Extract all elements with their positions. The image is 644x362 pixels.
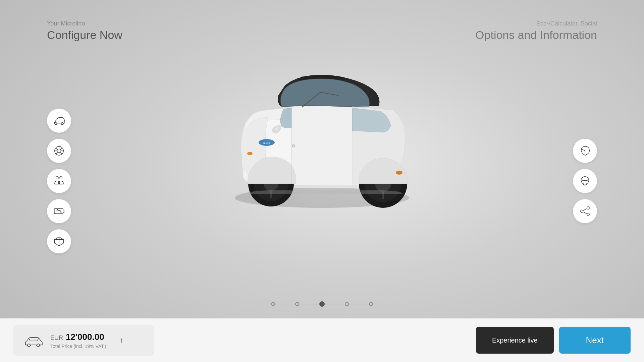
price-value: 12'000.00: [66, 332, 104, 342]
svg-point-26: [583, 180, 584, 181]
price-info: EUR 12'000.00 Total Price (incl. 19% VAT…: [50, 332, 106, 349]
bottom-buttons: Experience live Next: [476, 327, 631, 354]
eco-svg-icon: [579, 145, 591, 157]
car-illustration: m·cro: [188, 34, 456, 221]
svg-point-13: [60, 177, 62, 179]
angle-dot-1[interactable]: [295, 302, 299, 306]
price-subtitle: Total Price (incl. 19% VAT.): [50, 344, 106, 349]
svg-text:m·cro: m·cro: [263, 141, 270, 144]
svg-point-3: [57, 149, 61, 153]
experience-live-button[interactable]: Experience live: [476, 327, 554, 354]
svg-point-1: [61, 123, 63, 125]
angle-dot-2-active[interactable]: [319, 301, 325, 307]
svg-line-33: [583, 212, 587, 214]
header-left-title: Configure Now: [47, 28, 122, 42]
header-right-subtitle: Eco-/Calculator, Social: [475, 20, 597, 27]
wheels-svg-icon: [53, 145, 65, 157]
dot-connector-2: [299, 304, 319, 304]
header-right-title: Options and Information: [475, 28, 597, 42]
svg-point-29: [587, 207, 590, 209]
angle-dot-4[interactable]: [369, 302, 373, 306]
svg-point-56: [292, 144, 295, 147]
svg-rect-15: [54, 208, 63, 214]
body-icon[interactable]: [47, 109, 71, 133]
price-main: EUR 12'000.00: [50, 332, 106, 342]
svg-point-37: [275, 127, 279, 131]
bottom-bar: EUR 12'000.00 Total Price (incl. 19% VAT…: [0, 318, 644, 362]
extras-svg-icon: [53, 236, 65, 247]
svg-point-30: [581, 210, 583, 213]
svg-point-55: [396, 171, 402, 175]
right-icon-column: [573, 139, 597, 223]
car-icon-svg: [24, 334, 43, 347]
seats-icon[interactable]: [47, 169, 71, 193]
left-icon-column: [47, 109, 71, 253]
svg-point-0: [55, 123, 57, 125]
svg-point-54: [247, 152, 253, 155]
car-small-icon: [23, 333, 44, 348]
svg-line-11: [56, 152, 58, 154]
svg-point-31: [587, 213, 590, 216]
body-svg-icon: [53, 115, 65, 126]
svg-rect-16: [63, 210, 64, 213]
svg-line-21: [60, 212, 62, 213]
seats-svg-icon: [53, 175, 65, 187]
extras-icon[interactable]: [47, 229, 71, 253]
dot-connector-1: [275, 304, 295, 304]
share-svg-icon: [579, 205, 591, 217]
dot-row: [271, 301, 373, 307]
next-button[interactable]: Next: [559, 327, 631, 354]
angle-selector[interactable]: [271, 301, 373, 307]
price-section: EUR 12'000.00 Total Price (incl. 19% VAT…: [13, 325, 154, 356]
price-currency: EUR: [50, 335, 63, 342]
price-expand-arrow[interactable]: ↑: [120, 336, 123, 345]
eco-icon[interactable]: [573, 139, 597, 163]
svg-line-9: [60, 152, 62, 154]
battery-icon[interactable]: [47, 199, 71, 223]
header-left-subtitle: Your Microlino: [47, 20, 122, 27]
svg-line-32: [583, 208, 587, 210]
dot-connector-3: [325, 304, 345, 304]
dot-connector-4: [349, 304, 369, 304]
header-right: Eco-/Calculator, Social Options and Info…: [475, 20, 597, 42]
chat-icon[interactable]: [573, 169, 597, 193]
share-icon[interactable]: [573, 199, 597, 223]
wheels-icon[interactable]: [47, 139, 71, 163]
svg-point-12: [56, 177, 59, 179]
angle-dot-0[interactable]: [271, 302, 275, 306]
chat-svg-icon: [579, 175, 591, 187]
svg-line-10: [60, 148, 62, 149]
header-left: Your Microlino Configure Now: [47, 20, 122, 42]
svg-point-28: [586, 180, 587, 181]
svg-point-27: [585, 180, 586, 181]
battery-svg-icon: [53, 205, 65, 217]
angle-dot-3[interactable]: [345, 302, 349, 306]
car-display: m·cro: [188, 34, 456, 221]
svg-line-8: [56, 148, 58, 149]
